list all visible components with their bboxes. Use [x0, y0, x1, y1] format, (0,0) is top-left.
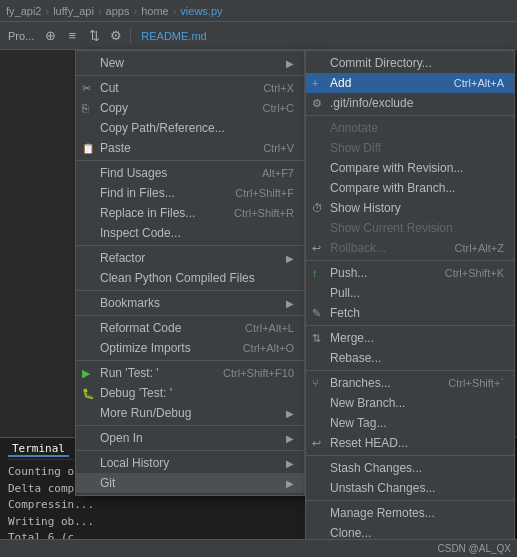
- shortcut: Ctrl+C: [263, 102, 294, 114]
- menu-item-branches[interactable]: ⑂ Branches... Ctrl+Shift+`: [306, 373, 514, 393]
- toolbar-icon-1[interactable]: ⊕: [40, 26, 60, 46]
- merge-icon: ⇅: [312, 332, 321, 345]
- terminal-tab[interactable]: Terminal: [8, 442, 69, 457]
- menu-item-reformat[interactable]: Reformat Code Ctrl+Alt+L: [76, 318, 304, 338]
- menu-divider: [306, 500, 514, 501]
- menu-item-label: Inspect Code...: [100, 226, 181, 240]
- menu-item-label: Compare with Branch...: [330, 181, 455, 195]
- menu-item-copy-path[interactable]: Copy Path/Reference...: [76, 118, 304, 138]
- project-label[interactable]: Pro...: [4, 30, 38, 42]
- context-menu-right-git: Commit Directory... + Add Ctrl+Alt+A ⚙ .…: [305, 50, 515, 546]
- menu-item-bookmarks[interactable]: Bookmarks ▶: [76, 293, 304, 313]
- shortcut: Ctrl+Shift+`: [448, 377, 504, 389]
- menu-item-compare-branch[interactable]: Compare with Branch...: [306, 178, 514, 198]
- fetch-icon: ✎: [312, 307, 321, 320]
- menu-item-find-files[interactable]: Find in Files... Ctrl+Shift+F: [76, 183, 304, 203]
- menu-item-refactor[interactable]: Refactor ▶: [76, 248, 304, 268]
- menu-item-inspect[interactable]: Inspect Code...: [76, 223, 304, 243]
- menu-divider: [76, 160, 304, 161]
- menu-item-stash[interactable]: Stash Changes...: [306, 458, 514, 478]
- menu-item-label: Commit Directory...: [330, 56, 432, 70]
- menu-item-pull[interactable]: Pull...: [306, 283, 514, 303]
- menu-item-label: Replace in Files...: [100, 206, 195, 220]
- menu-item-more-run[interactable]: More Run/Debug ▶: [76, 403, 304, 423]
- menu-item-label: Show History: [330, 201, 401, 215]
- menu-item-fetch[interactable]: ✎ Fetch: [306, 303, 514, 323]
- shortcut: Ctrl+X: [263, 82, 294, 94]
- menu-divider: [76, 290, 304, 291]
- toolbar-file[interactable]: README.md: [135, 30, 212, 42]
- shortcut: Ctrl+Alt+O: [243, 342, 294, 354]
- breadcrumb-item[interactable]: luffy_api: [53, 5, 94, 17]
- menu-divider: [76, 245, 304, 246]
- menu-item-label: Paste: [100, 141, 131, 155]
- menu-item-add[interactable]: + Add Ctrl+Alt+A: [306, 73, 514, 93]
- menu-item-label: Run 'Test: ': [100, 366, 159, 380]
- shortcut: Ctrl+V: [263, 142, 294, 154]
- menu-divider: [76, 360, 304, 361]
- breadcrumb-item[interactable]: apps: [106, 5, 130, 17]
- menu-item-paste[interactable]: 📋 Paste Ctrl+V: [76, 138, 304, 158]
- menu-item-cut[interactable]: ✂ Cut Ctrl+X: [76, 78, 304, 98]
- cut-icon: ✂: [82, 82, 91, 95]
- menu-item-open-in[interactable]: Open In ▶: [76, 428, 304, 448]
- menu-item-show-diff: Show Diff: [306, 138, 514, 158]
- menu-divider: [306, 260, 514, 261]
- menu-item-label: Show Current Revision: [330, 221, 453, 235]
- menu-item-label: .git/info/exclude: [330, 96, 413, 110]
- menu-item-push[interactable]: ↑ Push... Ctrl+Shift+K: [306, 263, 514, 283]
- menu-item-label: Pull...: [330, 286, 360, 300]
- menu-item-label: New Tag...: [330, 416, 386, 430]
- menu-item-run[interactable]: ▶ Run 'Test: ' Ctrl+Shift+F10: [76, 363, 304, 383]
- menu-item-label: Local History: [100, 456, 169, 470]
- shortcut: Alt+F7: [262, 167, 294, 179]
- menu-item-reset-head[interactable]: ↩ Reset HEAD...: [306, 433, 514, 453]
- paste-icon: 📋: [82, 143, 94, 154]
- menu-item-annotate: Annotate: [306, 118, 514, 138]
- menu-item-label: Refactor: [100, 251, 145, 265]
- menu-item-show-current: Show Current Revision: [306, 218, 514, 238]
- menu-item-label: Optimize Imports: [100, 341, 191, 355]
- menu-divider: [76, 315, 304, 316]
- menu-item-replace-files[interactable]: Replace in Files... Ctrl+Shift+R: [76, 203, 304, 223]
- menu-item-label: Clean Python Compiled Files: [100, 271, 255, 285]
- menu-item-new[interactable]: New ▶: [76, 53, 304, 73]
- breadcrumb-item[interactable]: fy_api2: [6, 5, 41, 17]
- menu-item-clean[interactable]: Clean Python Compiled Files: [76, 268, 304, 288]
- run-icon: ▶: [82, 367, 90, 380]
- menu-item-label: Find in Files...: [100, 186, 175, 200]
- settings-icon[interactable]: ⚙: [106, 26, 126, 46]
- menu-item-rebase[interactable]: Rebase...: [306, 348, 514, 368]
- menu-item-unstash[interactable]: Unstash Changes...: [306, 478, 514, 498]
- menu-item-label: New: [100, 56, 124, 70]
- menu-item-commit-dir[interactable]: Commit Directory...: [306, 53, 514, 73]
- menu-item-label: Reset HEAD...: [330, 436, 408, 450]
- menu-item-rollback: ↩ Rollback... Ctrl+Alt+Z: [306, 238, 514, 258]
- arrow-icon: ▶: [286, 458, 294, 469]
- menu-item-label: New Branch...: [330, 396, 405, 410]
- rollback-icon: ↩: [312, 242, 321, 255]
- menu-item-git[interactable]: Git ▶: [76, 473, 304, 493]
- toolbar-icon-3[interactable]: ⇅: [84, 26, 104, 46]
- menu-item-new-tag[interactable]: New Tag...: [306, 413, 514, 433]
- menu-item-compare-revision[interactable]: Compare with Revision...: [306, 158, 514, 178]
- menu-item-manage-remotes[interactable]: Manage Remotes...: [306, 503, 514, 523]
- menu-item-show-history[interactable]: ⏱ Show History: [306, 198, 514, 218]
- menu-item-optimize[interactable]: Optimize Imports Ctrl+Alt+O: [76, 338, 304, 358]
- menu-item-merge[interactable]: ⇅ Merge...: [306, 328, 514, 348]
- arrow-icon: ▶: [286, 298, 294, 309]
- toolbar-icon-2[interactable]: ≡: [62, 26, 82, 46]
- menu-item-label: Open In: [100, 431, 143, 445]
- menu-item-local-history[interactable]: Local History ▶: [76, 453, 304, 473]
- menu-item-find-usages[interactable]: Find Usages Alt+F7: [76, 163, 304, 183]
- branches-icon: ⑂: [312, 377, 319, 389]
- menu-item-new-branch[interactable]: New Branch...: [306, 393, 514, 413]
- menu-item-label: Cut: [100, 81, 119, 95]
- breadcrumb-item[interactable]: home: [141, 5, 169, 17]
- menu-item-git-exclude[interactable]: ⚙ .git/info/exclude: [306, 93, 514, 113]
- menu-item-copy[interactable]: ⎘ Copy Ctrl+C: [76, 98, 304, 118]
- menu-item-debug[interactable]: 🐛 Debug 'Test: ': [76, 383, 304, 403]
- menu-divider: [76, 450, 304, 451]
- menu-item-label: Debug 'Test: ': [100, 386, 172, 400]
- breadcrumb-item-file[interactable]: views.py: [180, 5, 222, 17]
